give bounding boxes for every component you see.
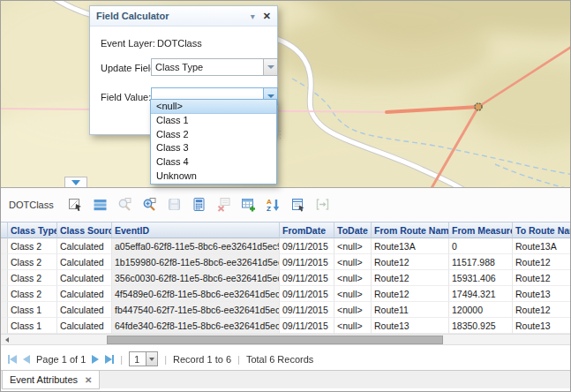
field-value-dropdown-list[interactable]: <null>Class 1Class 2Class 3Class 4Unknow… xyxy=(150,99,277,185)
table-cell: 09/11/2015 xyxy=(280,302,334,318)
table-cell: Route12 xyxy=(372,254,449,270)
column-header[interactable]: Class Type xyxy=(8,222,57,238)
table-cell: Route12 xyxy=(513,270,571,286)
table-cell: Calculated xyxy=(57,318,112,334)
table-cell: 4f5489e0-62f8-11e5-8bc6-ee32641d5ec9 xyxy=(112,286,280,302)
column-header[interactable]: From Measure xyxy=(449,222,513,238)
go-to-measure-icon[interactable] xyxy=(315,197,331,213)
table-cell: 356c0030-62f8-11e5-8bc6-ee32641d5ec9 xyxy=(112,270,280,286)
page-number-value: 1 xyxy=(129,351,146,366)
dialog-titlebar[interactable]: Field Calculator ▾ ✕ xyxy=(90,6,277,26)
table-cell: Class 2 xyxy=(8,286,57,302)
table-cell: 64fde340-62f8-11e5-8bc6-ee32641d5ec9 xyxy=(112,318,280,334)
switch-table-view-icon[interactable] xyxy=(93,197,109,213)
row-selector[interactable] xyxy=(1,302,8,318)
table-cell: Calculated xyxy=(57,302,112,318)
first-page-button[interactable] xyxy=(8,355,17,364)
table-cell: <null> xyxy=(334,270,372,286)
page-number-select[interactable]: 1 xyxy=(129,351,158,366)
scrollbar-thumb[interactable] xyxy=(107,335,443,344)
table-row[interactable]: Class 2Calculateda05effa0-62f8-11e5-8bc6… xyxy=(1,238,571,254)
table-cell: <null> xyxy=(334,286,372,302)
dropdown-option[interactable]: Class 4 xyxy=(151,155,276,170)
clear-selection-icon[interactable] xyxy=(216,197,232,213)
separator: | xyxy=(164,354,167,365)
event-layer-label: Event Layer: xyxy=(101,38,155,49)
row-selector[interactable] xyxy=(1,318,8,334)
dropdown-option[interactable]: Class 3 xyxy=(151,141,276,155)
table-cell: 120000 xyxy=(449,302,513,318)
attribute-table: Class TypeClass SourceEventIDFromDateToD… xyxy=(1,222,571,334)
table-cell: <null> xyxy=(334,254,372,270)
zoom-to-selected-icon[interactable] xyxy=(117,197,133,213)
table-row[interactable]: Class 2Calculated356c0030-62f8-11e5-8bc6… xyxy=(1,270,571,286)
separator: | xyxy=(237,354,240,365)
row-selector[interactable] xyxy=(1,286,8,302)
update-field-combobox[interactable]: Class Type xyxy=(151,58,278,76)
dialog-title: Field Calculator xyxy=(96,11,251,21)
table-cell: 15931.406 xyxy=(449,270,513,286)
column-header[interactable]: From Route Name xyxy=(372,222,449,238)
field-calculator-icon[interactable] xyxy=(192,197,207,213)
update-field-value: Class Type xyxy=(152,59,263,75)
column-header[interactable]: EventID xyxy=(112,222,280,238)
table-cell: Calculated xyxy=(57,286,112,302)
page-label: Page 1 of 1 xyxy=(36,354,86,365)
application-window: Field Calculator ▾ ✕ Event Layer: DOTCla… xyxy=(0,0,571,392)
table-row[interactable]: Class 2Calculated1b159980-62f8-11e5-8bc6… xyxy=(1,254,571,270)
attribute-window-icon[interactable] xyxy=(290,197,306,213)
table-cell: Class 2 xyxy=(8,270,57,286)
last-page-button[interactable] xyxy=(105,355,114,364)
svg-text:Z: Z xyxy=(267,205,271,212)
table-cell: Route13 xyxy=(372,318,449,334)
table-cell: 09/11/2015 xyxy=(280,270,334,286)
table-toolbar: DOTClass xyxy=(1,188,571,221)
panel-collapse-tab[interactable] xyxy=(64,177,87,187)
table-cell: 11517.988 xyxy=(449,254,513,270)
table-row[interactable]: Class 1Calculatedfb447540-62f7-11e5-8bc6… xyxy=(1,302,571,318)
save-edits-icon[interactable] xyxy=(167,197,183,213)
dialog-menu-icon[interactable]: ▾ xyxy=(251,11,255,21)
table-row[interactable]: Class 1Calculated64fde340-62f8-11e5-8bc6… xyxy=(1,318,571,334)
row-selector[interactable] xyxy=(1,270,8,286)
table-cell: Calculated xyxy=(57,254,112,270)
table-cell: Route12 xyxy=(513,302,571,318)
pan-to-selected-icon[interactable] xyxy=(142,197,158,213)
table-cell: 1b159980-62f8-11e5-8bc6-ee32641d5ec9 xyxy=(112,254,280,270)
header-corner xyxy=(1,222,8,238)
next-page-button[interactable] xyxy=(92,355,99,364)
table-cell: 18350.925 xyxy=(449,318,513,334)
table-cell: Route12 xyxy=(372,286,449,302)
dropdown-option[interactable]: Unknown xyxy=(151,170,276,184)
column-header[interactable]: ToDate xyxy=(334,222,372,238)
table-row[interactable]: Class 2Calculated4f5489e0-62f8-11e5-8bc6… xyxy=(1,286,571,302)
horizontal-scrollbar[interactable] xyxy=(1,334,571,345)
update-field-dropdown-button[interactable] xyxy=(263,59,277,75)
dropdown-option[interactable]: Class 2 xyxy=(151,128,276,142)
table-cell: Route12 xyxy=(513,254,571,270)
select-records-icon[interactable] xyxy=(68,197,84,213)
previous-page-button[interactable] xyxy=(23,355,30,364)
sort-ascending-icon[interactable]: AZ xyxy=(266,197,282,213)
column-header[interactable]: To Route Name xyxy=(513,222,571,238)
chevron-down-icon xyxy=(267,65,274,69)
column-header[interactable]: Class Source xyxy=(57,222,112,238)
dialog-close-icon[interactable]: ✕ xyxy=(263,11,271,22)
row-selector[interactable] xyxy=(1,238,8,254)
tab-event-attributes[interactable]: Event Attributes ✕ xyxy=(2,371,100,389)
bottom-tab-bar: Event Attributes ✕ xyxy=(1,370,571,392)
table-cell: Route13A xyxy=(372,238,449,254)
table-cell: <null> xyxy=(334,238,372,254)
column-header[interactable]: FromDate xyxy=(280,222,334,238)
page-select-dropdown-button[interactable] xyxy=(146,351,158,366)
dropdown-option[interactable]: <null> xyxy=(151,100,276,114)
pagination-bar: Page 1 of 1 | 1 | Record 1 to 6 | Total … xyxy=(1,347,571,371)
dropdown-option[interactable]: Class 1 xyxy=(151,114,276,128)
tab-close-icon[interactable]: ✕ xyxy=(85,375,92,385)
record-range-label: Record 1 to 6 xyxy=(173,354,231,365)
map-canvas[interactable] xyxy=(1,1,571,187)
table-cell: 09/11/2015 xyxy=(280,238,334,254)
row-selector[interactable] xyxy=(1,254,8,270)
scroll-left-icon[interactable] xyxy=(5,337,9,343)
add-record-icon[interactable] xyxy=(241,197,257,213)
